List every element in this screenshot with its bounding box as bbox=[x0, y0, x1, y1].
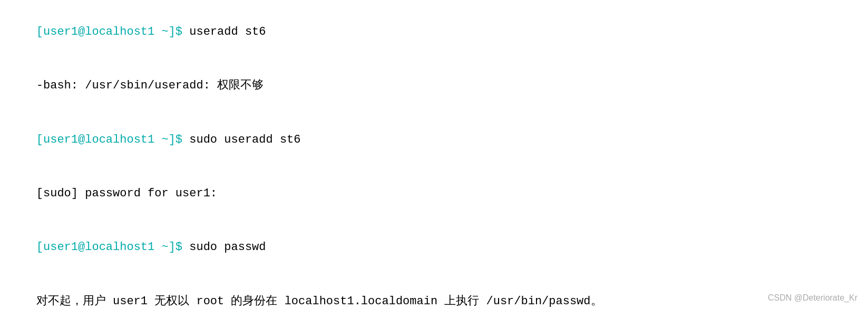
terminal-line: -bash: /usr/sbin/useradd: 权限不够 bbox=[8, 59, 860, 113]
prompt: [user1@localhost1 ~]$ bbox=[36, 25, 189, 38]
terminal-line: [user1@localhost1 ~]$ sudo passwd bbox=[8, 221, 860, 274]
terminal-line: 对不起，用户 user1 无权以 root 的身份在 localhost1.lo… bbox=[8, 274, 860, 309]
terminal-line: [sudo] password for user1: bbox=[8, 167, 860, 221]
terminal-window: [user1@localhost1 ~]$ useradd st6 -bash:… bbox=[0, 0, 868, 309]
prompt: [user1@localhost1 ~]$ bbox=[36, 133, 189, 146]
output: 对不起，用户 user1 无权以 root 的身份在 localhost1.lo… bbox=[36, 295, 602, 308]
terminal-line: [user1@localhost1 ~]$ useradd st6 bbox=[8, 5, 860, 59]
terminal-line: [user1@localhost1 ~]$ sudo useradd st6 bbox=[8, 113, 860, 167]
command: sudo useradd st6 bbox=[189, 133, 300, 146]
command: sudo passwd bbox=[189, 241, 266, 254]
output: [sudo] password for user1: bbox=[36, 187, 217, 200]
watermark: CSDN @Deteriorate_Kr bbox=[768, 293, 857, 303]
output: -bash: /usr/sbin/useradd: 权限不够 bbox=[36, 79, 264, 92]
command: useradd st6 bbox=[189, 25, 266, 38]
prompt: [user1@localhost1 ~]$ bbox=[36, 241, 189, 254]
